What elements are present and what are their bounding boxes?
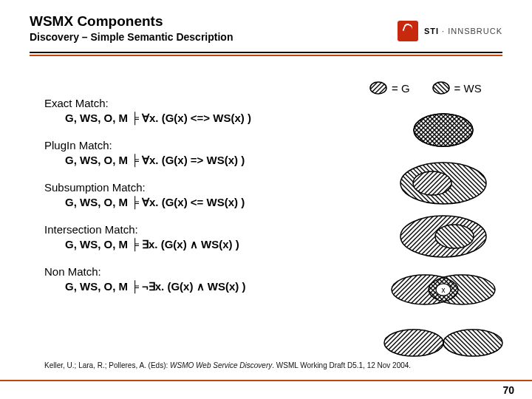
svg-point-6 <box>413 171 451 195</box>
diagram-intersection: x <box>369 263 517 316</box>
legend-ws-icon <box>432 81 450 95</box>
header-rule-accent <box>30 55 502 56</box>
match-plugin: PlugIn Match: G, WS, O, M ╞ ∀x. (G(x) =>… <box>44 138 355 167</box>
diagram-exact <box>369 103 517 157</box>
legend-g: = G <box>369 81 410 95</box>
svg-point-9 <box>435 225 474 248</box>
citation: Keller, U.; Lara, R.; Polleres, A. (Eds)… <box>44 361 502 369</box>
diagram-subsumption <box>369 210 517 263</box>
diagrams: x <box>369 103 517 369</box>
match-subsumption: Subsumption Match: G, WS, O, M ╞ ∀x. (G(… <box>44 180 355 209</box>
legend-g-label: = G <box>392 82 410 95</box>
svg-point-14 <box>384 330 443 356</box>
page-number: 70 <box>502 384 514 396</box>
svg-point-0 <box>370 82 386 94</box>
legend-g-icon <box>369 81 387 95</box>
match-non: Non Match: G, WS, O, M ╞ ¬∃x. (G(x) ∧ WS… <box>44 265 355 293</box>
legend-ws: = WS <box>432 81 482 95</box>
svg-point-15 <box>443 330 502 356</box>
slide: WSMX Components Discovery – Simple Seman… <box>0 0 532 399</box>
match-intersection: Intersection Match: G, WS, O, M ╞ ∃x. (G… <box>44 222 355 251</box>
legend: = G = WS <box>369 81 517 95</box>
footer-rule <box>0 380 532 381</box>
content: Exact Match: G, WS, O, M ╞ ∀x. (G(x) <=>… <box>44 96 355 307</box>
logo-icon <box>398 21 418 41</box>
svg-point-3 <box>414 114 473 146</box>
logo-text: STI · INNSBRUCK <box>424 27 502 35</box>
org-logo: STI · INNSBRUCK <box>398 21 502 41</box>
diagram-plugin <box>369 157 517 210</box>
match-exact: Exact Match: G, WS, O, M ╞ ∀x. (G(x) <=>… <box>44 96 355 125</box>
svg-point-1 <box>433 82 449 94</box>
svg-text:x: x <box>442 286 446 294</box>
legend-ws-label: = WS <box>454 82 482 95</box>
header-rule <box>30 52 502 53</box>
